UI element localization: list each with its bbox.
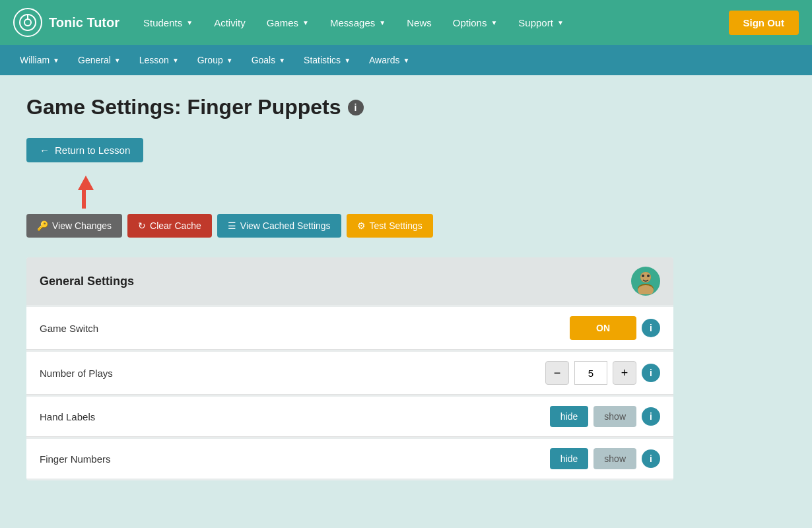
logo-icon: [13, 8, 42, 37]
logo-title: Tonic Tutor: [49, 15, 119, 30]
test-settings-button[interactable]: ⚙ Test Settings: [347, 214, 433, 238]
sub-item-general[interactable]: General ▼: [69, 45, 130, 75]
finger-numbers-label: Finger Numbers: [40, 453, 111, 465]
chevron-down-icon: ▼: [403, 57, 409, 64]
game-switch-info-button[interactable]: i: [642, 319, 660, 337]
nav-item-messages[interactable]: Messages ▼: [320, 0, 396, 45]
hand-labels-row: Hand Labels hide show i: [26, 397, 673, 437]
finger-numbers-show-button[interactable]: show: [593, 448, 636, 469]
number-of-plays-row: Number of Plays − 5 + i: [26, 352, 673, 395]
logo: Tonic Tutor: [13, 8, 119, 37]
sub-item-lesson[interactable]: Lesson ▼: [130, 45, 188, 75]
nav-item-students[interactable]: Students ▼: [133, 0, 203, 45]
chevron-down-icon: ▼: [379, 19, 386, 26]
decrement-button[interactable]: −: [545, 361, 569, 385]
chevron-down-icon: ▼: [226, 57, 233, 64]
general-settings-section: General Settings Game Switch ON i: [26, 257, 673, 480]
chevron-down-icon: ▼: [114, 57, 121, 64]
settings-header: General Settings: [26, 257, 673, 305]
finger-numbers-hide-button[interactable]: hide: [550, 448, 588, 469]
finger-numbers-info-button[interactable]: i: [642, 449, 660, 468]
top-navbar: Tonic Tutor Students ▼ Activity Games ▼ …: [0, 0, 812, 45]
hand-labels-hide-button[interactable]: hide: [550, 406, 588, 427]
number-of-plays-controls: − 5 + i: [545, 361, 660, 385]
hand-labels-show-button[interactable]: show: [593, 406, 636, 427]
sub-item-group[interactable]: Group ▼: [188, 45, 242, 75]
nav-item-activity[interactable]: Activity: [203, 0, 256, 45]
hand-labels-label: Hand Labels: [40, 411, 95, 422]
view-changes-button[interactable]: 🔑 View Changes: [26, 214, 122, 238]
chevron-down-icon: ▼: [302, 19, 309, 26]
settings-header-title: General Settings: [40, 275, 134, 288]
number-of-plays-label: Number of Plays: [40, 368, 113, 379]
key-icon: 🔑: [37, 220, 48, 231]
svg-point-7: [642, 275, 644, 277]
game-switch-row: Game Switch ON i: [26, 307, 673, 350]
gear-icon: ⚙: [357, 220, 366, 231]
red-arrow-head: [78, 176, 94, 190]
increment-button[interactable]: +: [613, 361, 636, 385]
chevron-down-icon: ▼: [172, 57, 179, 64]
info-icon[interactable]: i: [348, 100, 364, 116]
game-switch-label: Game Switch: [40, 323, 98, 334]
return-to-lesson-button[interactable]: ← Return to Lesson: [26, 138, 143, 162]
chevron-down-icon: ▼: [53, 57, 59, 64]
nav-item-support[interactable]: Support ▼: [508, 0, 574, 45]
arrow-left-icon: ←: [40, 145, 50, 156]
page-content: Game Settings: Finger Puppets i ← Return…: [0, 75, 812, 500]
sub-item-william[interactable]: William ▼: [11, 45, 69, 75]
avatar: [631, 267, 660, 296]
chevron-down-icon: ▼: [491, 19, 497, 26]
chevron-down-icon: ▼: [344, 57, 351, 64]
nav-item-news[interactable]: News: [396, 0, 442, 45]
plays-value: 5: [574, 361, 607, 385]
chevron-down-icon: ▼: [557, 19, 564, 26]
list-icon: ☰: [228, 220, 236, 231]
refresh-icon: ↻: [138, 220, 146, 231]
svg-point-8: [647, 275, 650, 277]
nav-item-games[interactable]: Games ▼: [256, 0, 320, 45]
sub-item-goals[interactable]: Goals ▼: [242, 45, 294, 75]
chevron-down-icon: ▼: [279, 57, 285, 64]
red-arrow-stem: [82, 190, 86, 209]
view-cached-settings-button[interactable]: ☰ View Cached Settings: [217, 214, 341, 238]
clear-cache-button[interactable]: ↻ Clear Cache: [127, 214, 212, 238]
number-of-plays-info-button[interactable]: i: [642, 364, 660, 382]
hand-labels-info-button[interactable]: i: [642, 407, 660, 426]
sign-out-button[interactable]: Sign Out: [729, 11, 799, 35]
sub-navbar: William ▼ General ▼ Lesson ▼ Group ▼ Goa…: [0, 45, 812, 75]
sub-item-awards[interactable]: Awards ▼: [360, 45, 419, 75]
svg-point-1: [24, 19, 31, 26]
arrow-annotation: [26, 176, 786, 209]
chevron-down-icon: ▼: [186, 19, 193, 26]
finger-numbers-controls: hide show i: [550, 448, 660, 469]
finger-numbers-row: Finger Numbers hide show i: [26, 439, 673, 478]
nav-items: Students ▼ Activity Games ▼ Messages ▼ N…: [133, 0, 728, 45]
nav-item-options[interactable]: Options ▼: [442, 0, 508, 45]
action-buttons: 🔑 View Changes ↻ Clear Cache ☰ View Cach…: [26, 214, 786, 238]
game-switch-controls: ON i: [570, 316, 660, 340]
page-title: Game Settings: Finger Puppets i: [26, 95, 786, 119]
hand-labels-controls: hide show i: [550, 406, 660, 427]
game-switch-toggle[interactable]: ON: [570, 316, 636, 340]
sub-item-statistics[interactable]: Statistics ▼: [294, 45, 360, 75]
